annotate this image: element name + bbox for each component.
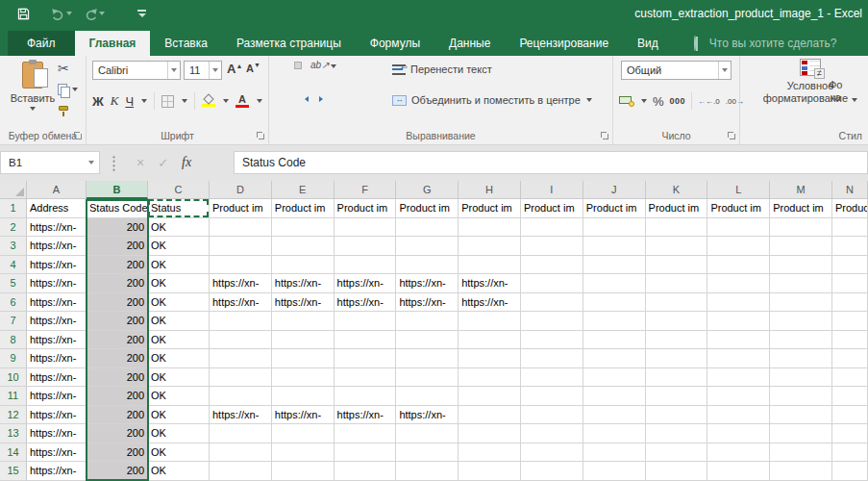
cell-G15[interactable] xyxy=(396,462,459,481)
redo-dropdown-icon[interactable] xyxy=(99,12,105,15)
cell-D14[interactable] xyxy=(210,443,272,463)
cell-D6[interactable]: https://xn- xyxy=(210,293,272,313)
cell-B3[interactable]: 200 xyxy=(87,237,148,256)
cell-H5[interactable]: https://xn- xyxy=(459,274,521,293)
cell-L7[interactable] xyxy=(707,312,770,331)
tab-5[interactable]: Данные xyxy=(434,31,505,56)
cell-E4[interactable] xyxy=(272,256,335,275)
undo-dropdown-icon[interactable] xyxy=(66,12,72,15)
cell-B2[interactable]: 200 xyxy=(87,218,148,238)
cell-B14[interactable]: 200 xyxy=(87,443,148,463)
cell-L8[interactable] xyxy=(707,331,770,350)
cell-A12[interactable]: https://xn- xyxy=(27,406,87,425)
cell-L11[interactable] xyxy=(707,387,770,406)
cell-B7[interactable]: 200 xyxy=(87,312,148,331)
align-right-button[interactable] xyxy=(294,92,302,100)
cell-D5[interactable]: https://xn- xyxy=(210,274,272,293)
cell-A4[interactable]: https://xn- xyxy=(27,256,87,275)
cell-H12[interactable] xyxy=(459,406,521,425)
cell-I7[interactable] xyxy=(521,312,583,331)
cell-C9[interactable]: OK xyxy=(148,349,210,368)
cell-F13[interactable] xyxy=(335,424,397,443)
fill-color-button[interactable] xyxy=(202,95,215,107)
cell-K8[interactable] xyxy=(646,331,708,350)
cell-J3[interactable] xyxy=(583,237,646,256)
cell-M13[interactable] xyxy=(770,424,832,443)
row-number-11[interactable]: 11 xyxy=(0,387,27,406)
cell-C15[interactable]: OK xyxy=(148,462,210,481)
align-middle-button[interactable] xyxy=(284,62,291,69)
column-header-C[interactable]: C xyxy=(148,181,210,199)
column-header-D[interactable]: D xyxy=(210,181,272,199)
cell-G2[interactable] xyxy=(396,218,459,238)
orientation-dropdown-icon[interactable] xyxy=(331,64,336,68)
cell-C3[interactable]: OK xyxy=(148,237,210,256)
cell-C8[interactable]: OK xyxy=(148,331,210,350)
copy-button[interactable] xyxy=(58,81,78,98)
cell-I10[interactable] xyxy=(521,368,583,388)
tab-7[interactable]: Вид xyxy=(623,31,673,56)
cell-L9[interactable] xyxy=(707,349,770,368)
accounting-dropdown-icon[interactable] xyxy=(641,99,647,103)
increase-indent-button[interactable] xyxy=(315,92,323,100)
column-header-M[interactable]: M xyxy=(770,181,832,199)
number-dialog-launcher-icon[interactable] xyxy=(728,132,736,140)
column-header-N[interactable]: N xyxy=(832,181,868,199)
cell-K11[interactable] xyxy=(646,387,708,406)
cell-H14[interactable] xyxy=(459,443,521,463)
wrap-text-button[interactable]: Перенести текст xyxy=(392,63,492,75)
cell-H10[interactable] xyxy=(459,368,521,388)
cell-I2[interactable] xyxy=(521,218,583,238)
cell-M4[interactable] xyxy=(770,256,832,275)
column-header-I[interactable]: I xyxy=(521,181,583,199)
tab-2[interactable]: Вставка xyxy=(150,31,222,56)
row-number-4[interactable]: 4 xyxy=(0,256,27,275)
increase-font-size-button[interactable]: А▲ xyxy=(227,62,242,76)
cell-K6[interactable] xyxy=(646,293,708,313)
cell-A15[interactable]: https://xn- xyxy=(27,462,87,481)
cell-M1[interactable]: Product im xyxy=(770,199,832,218)
decrease-indent-button[interactable] xyxy=(305,92,312,100)
borders-icon[interactable] xyxy=(161,95,174,108)
cell-M11[interactable] xyxy=(770,387,832,406)
cell-E11[interactable] xyxy=(272,387,335,406)
undo-button[interactable] xyxy=(47,3,76,24)
customize-quick-access-toolbar-button[interactable] xyxy=(137,10,146,17)
tab-file[interactable]: Файл xyxy=(8,31,75,56)
cell-K3[interactable] xyxy=(646,237,708,256)
cell-G8[interactable] xyxy=(396,331,459,350)
cell-I13[interactable] xyxy=(521,424,583,443)
cell-M5[interactable] xyxy=(770,274,832,293)
tab-1[interactable]: Главная xyxy=(75,31,151,56)
number-format-combo[interactable]: Общий xyxy=(621,61,732,80)
cell-E3[interactable] xyxy=(272,237,335,256)
cell-C12[interactable]: OK xyxy=(148,406,210,425)
cell-J7[interactable] xyxy=(583,312,646,331)
cell-I11[interactable] xyxy=(521,387,583,406)
cell-G10[interactable] xyxy=(396,368,459,388)
cell-N10[interactable] xyxy=(832,368,868,388)
cell-D7[interactable] xyxy=(210,312,272,331)
cell-I5[interactable] xyxy=(521,274,583,293)
cell-M6[interactable] xyxy=(770,293,832,313)
font-color-button[interactable]: А xyxy=(236,94,249,108)
row-number-7[interactable]: 7 xyxy=(0,312,27,331)
cell-G4[interactable] xyxy=(396,256,459,275)
cell-D8[interactable] xyxy=(210,331,272,350)
font-color-dropdown-icon[interactable] xyxy=(257,99,262,103)
align-bottom-button[interactable] xyxy=(294,62,302,69)
cell-A9[interactable]: https://xn- xyxy=(27,349,87,368)
cell-F14[interactable] xyxy=(335,443,397,463)
cell-A8[interactable]: https://xn- xyxy=(27,331,87,350)
align-center-button[interactable] xyxy=(284,92,291,100)
row-number-13[interactable]: 13 xyxy=(0,424,27,443)
cell-M8[interactable] xyxy=(770,331,832,350)
cell-E9[interactable] xyxy=(272,349,335,368)
cell-L3[interactable] xyxy=(707,237,770,256)
cell-L2[interactable] xyxy=(707,218,770,238)
cell-M9[interactable] xyxy=(770,349,832,368)
increase-decimal-button[interactable]: ←←.0 xyxy=(698,97,720,106)
cell-K12[interactable] xyxy=(646,406,708,425)
cell-D1[interactable]: Product im xyxy=(210,199,272,218)
cell-K13[interactable] xyxy=(646,424,708,443)
